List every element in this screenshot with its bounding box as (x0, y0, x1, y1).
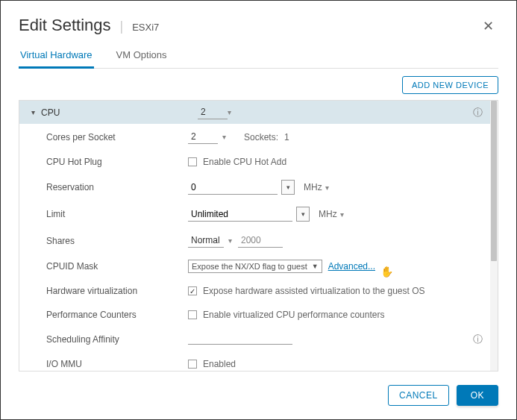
chevron-down-icon: ▾ (325, 184, 329, 192)
chevron-down-icon: ▼ (312, 263, 319, 270)
cores-select[interactable]: 2 ▾ (188, 130, 226, 144)
row-shares: Shares Normal ▾ 2000 (19, 228, 490, 254)
row-limit: Limit ▾ MHz ▾ (19, 201, 490, 228)
add-new-device-button[interactable]: ADD NEW DEVICE (402, 76, 498, 94)
row-cores-per-socket: Cores per Socket 2 ▾ Sockets: 1 (19, 124, 490, 150)
dialog-header: Edit Settings | ESXi7 ✕ (19, 16, 498, 36)
info-icon[interactable]: ⓘ (473, 106, 483, 119)
row-io-mmu: I/O MMU Enabled (19, 352, 490, 371)
scrollbar[interactable] (490, 101, 498, 371)
edit-settings-dialog: Edit Settings | ESXi7 ✕ Virtual Hardware… (1, 1, 516, 419)
row-hardware-virtualization: Hardware virtualization ✓ Expose hardwar… (19, 279, 490, 303)
add-device-row: ADD NEW DEVICE (19, 76, 498, 94)
dialog-title: Edit Settings (19, 16, 111, 35)
row-performance-counters: Performance Counters Enable virtualized … (19, 303, 490, 327)
cpuid-advanced-link[interactable]: Advanced... (328, 261, 375, 272)
settings-panel: ▾ CPU 2 ▾ ⓘ Cores per Socket 2 ▾ Sockets… (19, 100, 498, 372)
hot-add-checkbox[interactable] (188, 157, 197, 166)
row-cpuid-mask: CPUID Mask Expose the NX/XD flag to gues… (19, 254, 490, 279)
perfctr-checkbox[interactable] (188, 310, 197, 319)
chevron-down-icon: ▾ (222, 133, 226, 141)
row-scheduling-affinity: Scheduling Affinity ⓘ (19, 327, 490, 352)
cancel-button[interactable]: CANCEL (388, 385, 449, 406)
scrollbar-thumb[interactable] (491, 101, 497, 261)
ok-button[interactable]: OK (457, 385, 498, 406)
scheduling-affinity-input[interactable] (188, 334, 292, 345)
chevron-down-icon: ▾ (340, 210, 344, 219)
tab-vm-options[interactable]: VM Options (115, 45, 169, 68)
cpu-label: CPU (41, 107, 198, 118)
cpuid-mask-select[interactable]: Expose the NX/XD flag to guest ▼ (188, 260, 322, 273)
limit-input[interactable] (188, 207, 292, 222)
shares-level-select[interactable]: Normal ▾ (188, 233, 232, 248)
chevron-down-icon: ▾ (228, 108, 231, 116)
vm-name: ESXi7 (132, 22, 159, 33)
cpu-count-select[interactable]: 2 ▾ (198, 105, 231, 119)
row-reservation: Reservation ▾ MHz ▾ (19, 174, 490, 201)
reservation-dropdown-button[interactable]: ▾ (281, 180, 295, 195)
cpu-section-header[interactable]: ▾ CPU 2 ▾ ⓘ (19, 101, 490, 124)
limit-unit-select[interactable]: MHz ▾ (319, 209, 344, 219)
hwvirt-checkbox[interactable]: ✓ (188, 286, 197, 295)
reservation-input[interactable] (188, 181, 278, 195)
limit-dropdown-button[interactable]: ▾ (296, 207, 310, 222)
shares-value: 2000 (238, 233, 283, 248)
iommu-checkbox[interactable] (188, 360, 197, 369)
chevron-down-icon: ▾ (31, 108, 35, 116)
row-cpu-hot-plug: CPU Hot Plug Enable CPU Hot Add (19, 150, 490, 174)
reservation-unit-select[interactable]: MHz ▾ (304, 182, 329, 192)
chevron-down-icon: ▾ (228, 236, 232, 245)
dialog-footer: CANCEL OK (19, 372, 498, 406)
tab-bar: Virtual Hardware VM Options (19, 45, 498, 69)
settings-scroll[interactable]: ▾ CPU 2 ▾ ⓘ Cores per Socket 2 ▾ Sockets… (19, 101, 490, 371)
tab-virtual-hardware[interactable]: Virtual Hardware (19, 45, 94, 69)
close-icon[interactable]: ✕ (478, 16, 498, 36)
title-divider: | (120, 19, 124, 34)
info-icon[interactable]: ⓘ (473, 333, 483, 346)
